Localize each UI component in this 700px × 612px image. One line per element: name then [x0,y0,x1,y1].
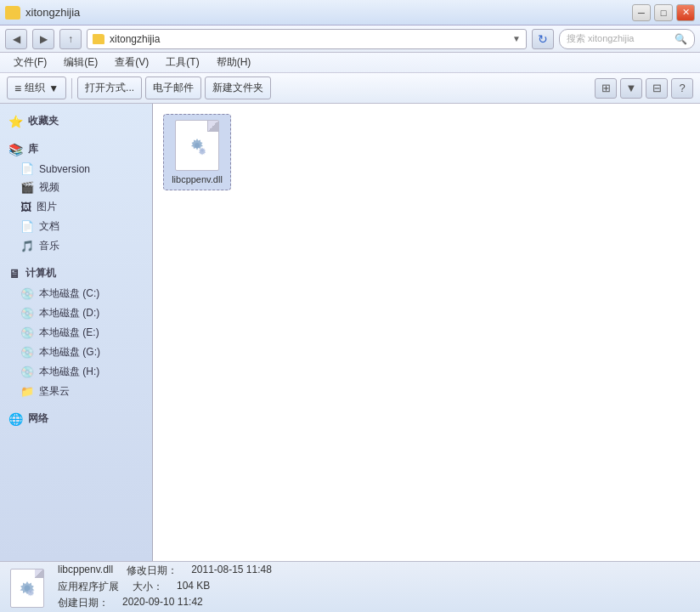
pictures-icon: 🖼 [20,201,31,213]
drive-g-icon: 💿 [20,346,34,359]
status-create-date: 2020-09-10 11:42 [122,596,203,610]
status-file-background [10,569,44,608]
music-label: 音乐 [39,239,59,253]
sidebar-item-documents[interactable]: 📄 文档 [0,217,152,236]
menu-help[interactable]: 帮助(H) [210,54,258,71]
drive-d-label: 本地磁盘 (D:) [39,306,99,320]
organize-icon: ≡ [14,82,21,95]
help-button[interactable]: ? [671,78,693,99]
address-text: xitongzhijia [110,33,507,45]
sidebar-network-header[interactable]: 🌐 网络 [0,408,152,429]
status-gear-icon [16,577,38,599]
forward-button[interactable]: ▶ [32,29,54,49]
sidebar-item-drive-d[interactable]: 💿 本地磁盘 (D:) [0,303,152,323]
drive-d-icon: 💿 [20,307,34,320]
dll-gear-icon [182,130,212,161]
file-grid: libcppenv.dll [163,114,690,190]
drive-h-label: 本地磁盘 (H:) [39,365,99,379]
sidebar-item-pictures[interactable]: 🖼 图片 [0,197,152,217]
pane-toggle-button[interactable]: ⊟ [646,78,668,99]
address-bar: ◀ ▶ ↑ xitongzhijia ▼ ↻ 搜索 xitongzhijia 🔍 [0,26,700,53]
main-layout: ⭐ 收藏夹 📚 库 📄 Subversion 🎬 视频 🖼 图片 📄 文档 🎵 … [0,104,700,561]
drive-c-icon: 💿 [20,287,34,300]
menu-view[interactable]: 查看(V) [108,54,155,71]
sidebar-item-subversion[interactable]: 📄 Subversion [0,160,152,178]
menu-file[interactable]: 文件(F) [7,54,54,71]
favorites-icon: ⭐ [8,115,23,128]
search-icon[interactable]: 🔍 [675,33,687,45]
sidebar-item-music[interactable]: 🎵 音乐 [0,236,152,256]
status-modify-date: 2011-08-15 11:48 [191,564,272,578]
status-file-icon [10,569,48,606]
view-mode-button[interactable]: ⊞ [595,78,617,99]
new-folder-button[interactable]: 新建文件夹 [205,76,271,99]
email-button[interactable]: 电子邮件 [145,76,201,99]
drive-c-label: 本地磁盘 (C:) [39,286,99,301]
drive-e-icon: 💿 [20,326,34,339]
address-input[interactable]: xitongzhijia ▼ [87,29,527,49]
menu-bar: 文件(F) 编辑(E) 查看(V) 工具(T) 帮助(H) [0,53,700,73]
documents-icon: 📄 [20,220,34,233]
favorites-label: 收藏夹 [28,114,59,128]
menu-edit[interactable]: 编辑(E) [57,54,104,71]
file-item-libcppenv[interactable]: libcppenv.dll [163,114,231,190]
open-with-label: 打开方式... [85,81,134,95]
video-icon: 🎬 [20,181,34,194]
subversion-icon: 📄 [20,162,34,175]
minimize-button[interactable]: ─ [632,4,651,21]
file-icon-wrap [172,120,223,171]
video-label: 视频 [39,180,59,195]
music-icon: 🎵 [20,240,34,252]
back-button[interactable]: ◀ [5,29,27,49]
status-create-label: 创建日期： [58,596,109,610]
search-placeholder: 搜索 xitongzhijia [567,32,671,45]
pictures-label: 图片 [37,200,57,214]
sidebar-item-drive-h[interactable]: 💿 本地磁盘 (H:) [0,362,152,382]
sidebar-item-video[interactable]: 🎬 视频 [0,178,152,197]
sidebar: ⭐ 收藏夹 📚 库 📄 Subversion 🎬 视频 🖼 图片 📄 文档 🎵 … [0,104,153,561]
status-size-label: 大小： [133,580,163,594]
status-row-1: libcppenv.dll 修改日期： 2011-08-15 11:48 [58,564,272,578]
title-folder-icon [5,6,20,20]
file-area: libcppenv.dll [153,104,700,561]
sidebar-item-drive-g[interactable]: 💿 本地磁盘 (G:) [0,343,152,362]
computer-icon: 🖥 [8,267,20,280]
organize-button[interactable]: ≡ 组织 ▼ [7,76,66,99]
status-info: libcppenv.dll 修改日期： 2011-08-15 11:48 应用程… [58,564,272,610]
sidebar-favorites-header[interactable]: ⭐ 收藏夹 [0,110,152,132]
file-name-label: libcppenv.dll [172,174,223,184]
jianguoyun-label: 坚果云 [39,384,70,399]
search-box[interactable]: 搜索 xitongzhijia 🔍 [559,29,695,49]
title-bar: xitongzhijia ─ □ ✕ [0,0,700,26]
close-button[interactable]: ✕ [676,4,695,21]
status-row-2: 应用程序扩展 大小： 104 KB [58,580,272,594]
sidebar-computer-header[interactable]: 🖥 计算机 [0,263,152,284]
sidebar-item-jianguoyun[interactable]: 📁 坚果云 [0,382,152,401]
new-folder-label: 新建文件夹 [212,81,263,95]
toolbar: ≡ 组织 ▼ 打开方式... 电子邮件 新建文件夹 ⊞ ▼ ⊟ ? [0,73,700,104]
up-button[interactable]: ↑ [59,29,82,49]
menu-tools[interactable]: 工具(T) [159,54,206,71]
organize-label: 组织 [25,81,45,95]
view-dropdown-button[interactable]: ▼ [620,78,642,99]
sidebar-item-drive-c[interactable]: 💿 本地磁盘 (C:) [0,284,152,303]
maximize-button[interactable]: □ [654,4,673,21]
address-folder-icon [93,34,104,44]
status-size: 104 KB [177,580,210,594]
subversion-label: Subversion [39,163,90,175]
address-dropdown-icon[interactable]: ▼ [512,34,521,43]
email-label: 电子邮件 [153,81,194,95]
drive-e-label: 本地磁盘 (E:) [39,326,99,340]
network-label: 网络 [28,411,48,426]
status-row-3: 创建日期： 2020-09-10 11:42 [58,596,272,610]
drive-h-icon: 💿 [20,366,34,378]
window-title: xitongzhijia [25,6,80,19]
organize-arrow: ▼ [48,82,59,94]
sidebar-library-header[interactable]: 📚 库 [0,139,152,160]
open-with-button[interactable]: 打开方式... [77,76,142,99]
title-bar-left: xitongzhijia [5,6,80,20]
toolbar-separator-1 [71,78,72,99]
refresh-button[interactable]: ↻ [532,29,554,49]
sidebar-item-drive-e[interactable]: 💿 本地磁盘 (E:) [0,323,152,343]
status-filename: libcppenv.dll [58,564,113,578]
